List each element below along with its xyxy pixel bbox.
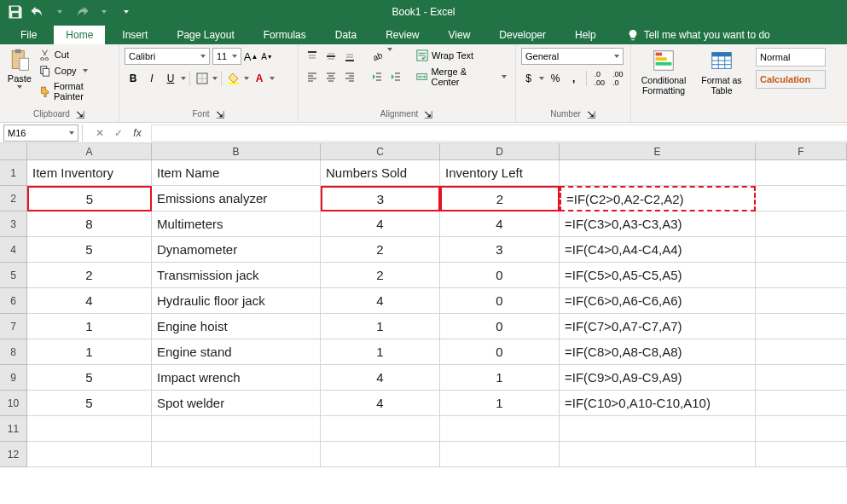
orientation-dropdown[interactable]: [387, 48, 392, 51]
col-header-D[interactable]: D: [440, 143, 560, 159]
cell-B5[interactable]: Transmission jack: [152, 263, 321, 288]
col-header-C[interactable]: C: [321, 143, 440, 159]
cell-D12[interactable]: [440, 442, 560, 467]
align-center-button[interactable]: [322, 68, 339, 85]
cell-A8[interactable]: 1: [27, 339, 152, 365]
cell-F7[interactable]: [756, 314, 847, 339]
cell-B4[interactable]: Dynamometer: [152, 237, 321, 263]
wrap-text-button[interactable]: Wrap Text: [413, 48, 510, 63]
cell-B12[interactable]: [152, 442, 321, 467]
percent-button[interactable]: %: [548, 70, 562, 87]
select-all-corner[interactable]: [0, 143, 27, 159]
comma-button[interactable]: ,: [566, 70, 581, 87]
formula-input[interactable]: [151, 125, 847, 142]
number-dialog-launcher[interactable]: ⇲: [586, 110, 596, 120]
row-header-7[interactable]: 7: [0, 314, 27, 339]
font-dialog-launcher[interactable]: ⇲: [215, 110, 225, 120]
col-header-B[interactable]: B: [152, 143, 321, 159]
align-right-button[interactable]: [341, 68, 358, 85]
cancel-formula-button[interactable]: ✕: [93, 126, 107, 140]
cell-E1[interactable]: [560, 160, 756, 186]
row-header-6[interactable]: 6: [0, 288, 27, 314]
col-header-F[interactable]: F: [756, 143, 847, 159]
cell-E6[interactable]: =IF(C6>0,A6-C6,A6): [560, 288, 756, 314]
font-name-select[interactable]: Calibri: [125, 48, 210, 65]
cell-F6[interactable]: [756, 288, 847, 314]
row-header-3[interactable]: 3: [0, 211, 27, 237]
cell-F3[interactable]: [756, 211, 847, 237]
redo-button[interactable]: [73, 3, 90, 20]
style-calculation-button[interactable]: Calculation: [756, 70, 826, 89]
align-left-button[interactable]: [304, 68, 321, 85]
orientation-button[interactable]: ab: [368, 48, 386, 65]
cell-A5[interactable]: 2: [27, 263, 152, 288]
align-middle-button[interactable]: [322, 48, 339, 65]
save-button[interactable]: [7, 3, 24, 20]
cell-A2[interactable]: 5: [27, 186, 152, 211]
tab-page-layout[interactable]: Page Layout: [165, 26, 246, 44]
cell-D6[interactable]: 0: [440, 288, 560, 314]
cut-button[interactable]: Cut: [38, 48, 113, 61]
row-header-5[interactable]: 5: [0, 263, 27, 288]
cell-A3[interactable]: 8: [27, 211, 152, 237]
borders-button[interactable]: [194, 70, 211, 87]
cell-D9[interactable]: 1: [440, 365, 560, 391]
cell-B7[interactable]: Engine hoist: [152, 314, 321, 339]
cell-F5[interactable]: [756, 263, 847, 288]
cell-E7[interactable]: =IF(C7>0,A7-C7,A7): [560, 314, 756, 339]
cell-E9[interactable]: =IF(C9>0,A9-C9,A9): [560, 365, 756, 391]
col-header-E[interactable]: E: [560, 143, 756, 159]
cell-F11[interactable]: [756, 416, 847, 442]
conditional-formatting-button[interactable]: Conditional Formatting: [636, 48, 691, 120]
name-box[interactable]: M16: [3, 125, 78, 142]
cell-C1[interactable]: Numbers Sold: [321, 160, 440, 186]
row-header-11[interactable]: 11: [0, 416, 27, 442]
number-format-select[interactable]: General: [521, 48, 624, 65]
cell-F12[interactable]: [756, 442, 847, 467]
row-header-10[interactable]: 10: [0, 391, 27, 416]
decrease-decimal-button[interactable]: .00.0: [611, 70, 625, 87]
cell-E5[interactable]: =IF(C5>0,A5-C5,A5): [560, 263, 756, 288]
tab-review[interactable]: Review: [374, 26, 431, 44]
cell-E11[interactable]: [560, 416, 756, 442]
decrease-indent-button[interactable]: [368, 68, 386, 85]
confirm-formula-button[interactable]: ✓: [112, 126, 125, 140]
tab-help[interactable]: Help: [563, 26, 608, 44]
cell-C6[interactable]: 4: [321, 288, 440, 314]
bold-button[interactable]: B: [125, 70, 142, 87]
accounting-format-button[interactable]: $: [521, 70, 536, 87]
tab-formulas[interactable]: Formulas: [252, 26, 318, 44]
increase-font-button[interactable]: A▲: [244, 48, 258, 65]
font-color-button[interactable]: A: [251, 70, 268, 87]
cell-F4[interactable]: [756, 237, 847, 263]
cell-D11[interactable]: [440, 416, 560, 442]
col-header-A[interactable]: A: [27, 143, 152, 159]
cell-F9[interactable]: [756, 365, 847, 391]
clipboard-dialog-launcher[interactable]: ⇲: [75, 110, 85, 120]
cell-B2[interactable]: Emissions analyzer: [152, 186, 321, 211]
fill-color-button[interactable]: [225, 70, 242, 87]
cell-B6[interactable]: Hydraulic floor jack: [152, 288, 321, 314]
cell-D10[interactable]: 1: [440, 391, 560, 416]
style-normal-button[interactable]: Normal: [756, 48, 826, 67]
cell-F10[interactable]: [756, 391, 847, 416]
cell-B8[interactable]: Engine stand: [152, 339, 321, 365]
cell-B1[interactable]: Item Name: [152, 160, 321, 186]
cell-C8[interactable]: 1: [321, 339, 440, 365]
cell-E4[interactable]: =IF(C4>0,A4-C4,A4): [560, 237, 756, 263]
paste-button[interactable]: Paste: [5, 48, 34, 109]
cell-A11[interactable]: [27, 416, 152, 442]
format-painter-button[interactable]: Format Painter: [38, 80, 113, 102]
row-header-1[interactable]: 1: [0, 160, 27, 186]
cell-C3[interactable]: 4: [321, 211, 440, 237]
cell-B10[interactable]: Spot welder: [152, 391, 321, 416]
cell-C7[interactable]: 1: [321, 314, 440, 339]
cell-D4[interactable]: 3: [440, 237, 560, 263]
cell-D5[interactable]: 0: [440, 263, 560, 288]
cell-C11[interactable]: [321, 416, 440, 442]
cell-A4[interactable]: 5: [27, 237, 152, 263]
row-header-8[interactable]: 8: [0, 339, 27, 365]
fill-color-dropdown[interactable]: [244, 77, 249, 80]
underline-button[interactable]: U: [162, 70, 179, 87]
cell-D7[interactable]: 0: [440, 314, 560, 339]
